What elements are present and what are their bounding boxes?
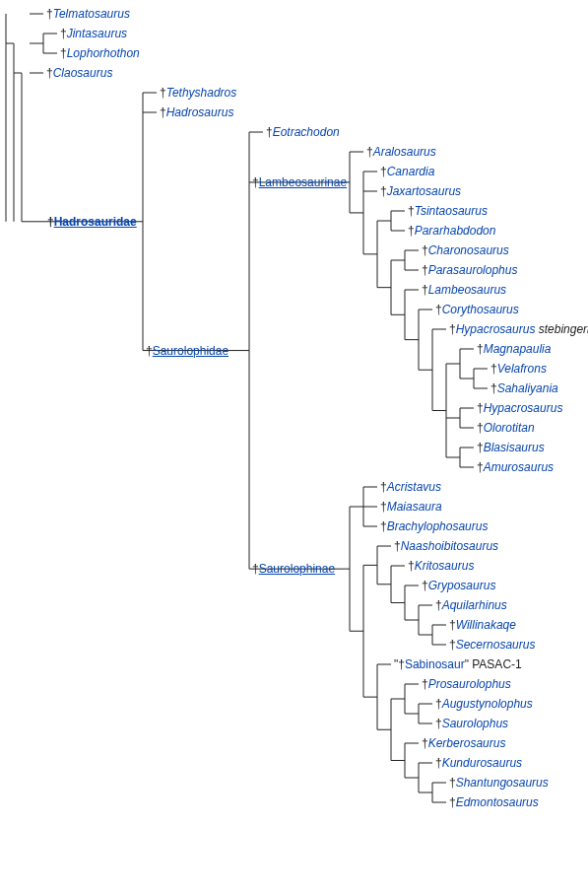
taxon-sahaliyania: †Sahaliyania: [490, 381, 558, 395]
taxon-lambeosaurinae-link[interactable]: Lambeosaurinae: [259, 175, 347, 189]
taxon-saurolophus-link[interactable]: Saurolophus: [442, 717, 508, 730]
taxon-hypacrosaurus-stebingeri: †Hypacrosaurus stebingeri: [449, 322, 588, 336]
taxon-kerberosaurus-link[interactable]: Kerberosaurus: [428, 736, 506, 750]
taxon-naashoibitosaurus-link[interactable]: Naashoibitosaurus: [401, 539, 498, 553]
taxon-brachylophosaurus: †Brachylophosaurus: [380, 519, 488, 533]
taxon-hadrosaurus-link[interactable]: Hadrosaurus: [166, 105, 234, 119]
taxon-naashoibitosaurus: †Naashoibitosaurus: [394, 539, 498, 553]
taxon-canardia: †Canardia: [380, 165, 434, 178]
taxon-olorotitan-link[interactable]: Olorotitan: [484, 421, 535, 435]
taxon-saurolophinae-link[interactable]: Saurolophinae: [259, 562, 335, 576]
taxon-telmatosaurus-link[interactable]: Telmatosaurus: [53, 7, 130, 21]
taxon-amurosaurus-link[interactable]: Amurosaurus: [484, 460, 554, 474]
taxon-sabinosaur: "†Sabinosaur" PASAC-1: [394, 657, 522, 671]
taxon-hadrosaurus: †Hadrosaurus: [160, 105, 233, 119]
taxon-aralosaurus: †Aralosaurus: [366, 145, 436, 159]
taxon-charonosaurus-link[interactable]: Charonosaurus: [428, 243, 509, 257]
taxon-kerberosaurus: †Kerberosaurus: [422, 736, 505, 750]
taxon-hadrosauridae: †Hadrosauridae: [47, 215, 137, 229]
taxon-charonosaurus: †Charonosaurus: [422, 243, 509, 257]
taxon-aquilarhinus: †Aquilarhinus: [435, 598, 507, 612]
taxon-saurolophus: †Saurolophus: [435, 717, 508, 730]
taxon-claosaurus-link[interactable]: Claosaurus: [53, 66, 113, 80]
taxon-jaxartosaurus: †Jaxartosaurus: [380, 184, 461, 198]
taxon-prosaurolophus-link[interactable]: Prosaurolophus: [428, 677, 511, 691]
taxon-edmontosaurus: †Edmontosaurus: [449, 795, 539, 809]
sabinosaur-suffix: " PASAC-1: [465, 657, 522, 671]
taxon-claosaurus: †Claosaurus: [46, 66, 112, 80]
taxon-sabinosaur-link[interactable]: Sabinosaur: [405, 657, 465, 671]
taxon-maiasaura-link[interactable]: Maiasaura: [387, 500, 442, 514]
taxon-aralosaurus-link[interactable]: Aralosaurus: [373, 145, 436, 159]
taxon-edmontosaurus-link[interactable]: Edmontosaurus: [456, 795, 539, 809]
taxon-kritosaurus: †Kritosaurus: [408, 559, 474, 573]
taxon-saurolophidae-link[interactable]: Saurolophidae: [153, 344, 229, 358]
taxon-willinakaqe-link[interactable]: Willinakaqe: [456, 618, 516, 632]
taxon-gryposaurus: †Gryposaurus: [422, 579, 495, 592]
taxon-tethyshadros-link[interactable]: Tethyshadros: [166, 86, 237, 100]
taxon-willinakaqe: †Willinakaqe: [449, 618, 516, 632]
taxon-telmatosaurus: †Telmatosaurus: [46, 7, 130, 21]
taxon-hypacrosaurus-stebingeri-link[interactable]: Hypacrosaurus: [456, 322, 536, 336]
taxon-lambeosaurus: †Lambeosaurus: [422, 283, 506, 297]
taxon-sahaliyania-link[interactable]: Sahaliyania: [497, 381, 558, 395]
taxon-maiasaura: †Maiasaura: [380, 500, 442, 514]
taxon-aquilarhinus-link[interactable]: Aquilarhinus: [442, 598, 507, 612]
taxon-augustynolophus: †Augustynolophus: [435, 697, 533, 711]
taxon-jaxartosaurus-link[interactable]: Jaxartosaurus: [387, 184, 461, 198]
taxon-magnapaulia: †Magnapaulia: [477, 342, 551, 356]
taxon-pararhabdodon-link[interactable]: Pararhabdodon: [415, 224, 496, 238]
taxon-blasisaurus-link[interactable]: Blasisaurus: [484, 441, 545, 454]
taxon-velafrons-link[interactable]: Velafrons: [497, 362, 547, 376]
taxon-eotrachodon-link[interactable]: Eotrachodon: [273, 125, 340, 139]
cladogram: †Telmatosaurus†Jintasaurus†Lophorhothon†…: [0, 4, 588, 832]
taxon-olorotitan: †Olorotitan: [477, 421, 535, 435]
taxon-lophorhothon-link[interactable]: Lophorhothon: [67, 46, 140, 60]
taxon-tsintaosaurus: †Tsintaosaurus: [408, 204, 488, 218]
taxon-saurolophidae: †Saurolophidae: [146, 344, 229, 358]
taxon-augustynolophus-link[interactable]: Augustynolophus: [442, 697, 533, 711]
taxon-parasaurolophus-link[interactable]: Parasaurolophus: [428, 263, 518, 277]
taxon-brachylophosaurus-link[interactable]: Brachylophosaurus: [387, 519, 489, 533]
species-epithet: stebingeri: [539, 322, 588, 336]
taxon-canardia-link[interactable]: Canardia: [387, 165, 435, 178]
taxon-secernosaurus: †Secernosaurus: [449, 638, 535, 652]
taxon-gryposaurus-link[interactable]: Gryposaurus: [428, 579, 496, 592]
taxon-prosaurolophus: †Prosaurolophus: [422, 677, 511, 691]
taxon-jintasaurus: †Jintasaurus: [60, 27, 127, 40]
taxon-velafrons: †Velafrons: [490, 362, 547, 376]
taxon-hypacrosaurus: †Hypacrosaurus: [477, 401, 562, 415]
taxon-corythosaurus-link[interactable]: Corythosaurus: [442, 303, 519, 316]
taxon-shantungosaurus-link[interactable]: Shantungosaurus: [456, 776, 549, 790]
taxon-hypacrosaurus-link[interactable]: Hypacrosaurus: [484, 401, 563, 415]
taxon-lambeosaurinae: †Lambeosaurinae: [252, 175, 347, 189]
taxon-hadrosauridae-link[interactable]: Hadrosauridae: [54, 215, 137, 229]
taxon-pararhabdodon: †Pararhabdodon: [408, 224, 495, 238]
taxon-blasisaurus: †Blasisaurus: [477, 441, 545, 454]
taxon-parasaurolophus: †Parasaurolophus: [422, 263, 517, 277]
taxon-eotrachodon: †Eotrachodon: [266, 125, 340, 139]
taxon-saurolophinae: †Saurolophinae: [252, 562, 335, 576]
taxon-corythosaurus: †Corythosaurus: [435, 303, 519, 316]
taxon-secernosaurus-link[interactable]: Secernosaurus: [456, 638, 536, 652]
taxon-lophorhothon: †Lophorhothon: [60, 46, 140, 60]
taxon-tethyshadros: †Tethyshadros: [160, 86, 236, 100]
taxon-kritosaurus-link[interactable]: Kritosaurus: [415, 559, 475, 573]
taxon-acristavus-link[interactable]: Acristavus: [387, 480, 441, 494]
taxon-jintasaurus-link[interactable]: Jintasaurus: [67, 27, 127, 40]
sabinosaur-prefix: "†: [394, 657, 405, 671]
taxon-shantungosaurus: †Shantungosaurus: [449, 776, 549, 790]
taxon-kundurosaurus-link[interactable]: Kundurosaurus: [442, 756, 522, 770]
taxon-amurosaurus: †Amurosaurus: [477, 460, 554, 474]
taxon-tsintaosaurus-link[interactable]: Tsintaosaurus: [415, 204, 488, 218]
taxon-kundurosaurus: †Kundurosaurus: [435, 756, 522, 770]
taxon-acristavus: †Acristavus: [380, 480, 441, 494]
taxon-lambeosaurus-link[interactable]: Lambeosaurus: [428, 283, 506, 297]
taxon-magnapaulia-link[interactable]: Magnapaulia: [484, 342, 552, 356]
